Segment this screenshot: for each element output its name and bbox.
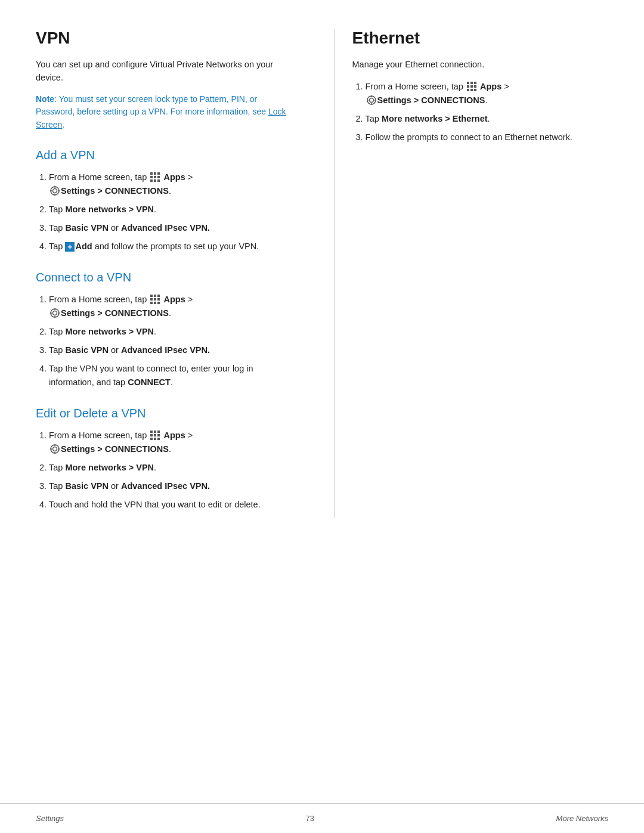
svg-rect-47	[474, 82, 476, 84]
settings-icon	[49, 308, 60, 318]
vpn-intro: You can set up and configure Virtual Pri…	[36, 58, 292, 85]
connect-vpn-title: Connect to a VPN	[36, 271, 292, 284]
note-end: .	[62, 120, 64, 129]
svg-point-10	[53, 188, 57, 193]
add-vpn-title: Add a VPN	[36, 148, 292, 162]
svg-rect-53	[474, 89, 476, 91]
list-item: Tap +Add and follow the prompts to set u…	[49, 240, 292, 253]
svg-rect-3	[150, 176, 153, 178]
edit-delete-vpn-title: Edit or Delete a VPN	[36, 407, 292, 420]
list-item: Tap More networks > VPN.	[49, 203, 292, 216]
settings-connections-label: Settings > CONNECTIONS	[61, 186, 169, 196]
ethernet-steps: From a Home screen, tap Apps >	[352, 80, 609, 145]
apps-icon	[466, 81, 477, 92]
settings-icon	[366, 95, 377, 106]
svg-rect-22	[154, 302, 156, 304]
settings-icon	[49, 185, 60, 196]
vpn-note: Note: You must set your screen lock type…	[36, 93, 292, 132]
svg-rect-6	[150, 179, 153, 182]
svg-point-24	[51, 309, 59, 317]
list-item: Tap Basic VPN or Advanced IPsec VPN.	[49, 343, 292, 357]
svg-rect-49	[470, 85, 473, 88]
footer-page-number: 73	[306, 814, 314, 823]
apps-label: Apps	[163, 172, 185, 182]
svg-rect-30	[150, 431, 153, 433]
svg-rect-37	[154, 438, 156, 440]
svg-rect-8	[157, 179, 160, 182]
list-item: Follow the prompts to connect to an Ethe…	[366, 131, 609, 144]
svg-rect-48	[467, 85, 469, 88]
settings-connections-label: Settings > CONNECTIONS	[377, 95, 485, 105]
note-label: Note	[36, 94, 54, 104]
svg-rect-18	[150, 298, 153, 301]
svg-rect-46	[470, 82, 473, 84]
note-body: : You must set your screen lock type to …	[36, 94, 268, 117]
left-column: VPN You can set up and configure Virtual…	[36, 29, 310, 518]
svg-point-55	[369, 98, 373, 103]
svg-rect-31	[154, 431, 156, 433]
svg-rect-5	[157, 176, 160, 178]
apps-icon	[150, 294, 160, 305]
list-item: From a Home screen, tap Apps >	[49, 293, 292, 320]
svg-rect-51	[467, 89, 469, 91]
apps-icon	[150, 172, 160, 182]
svg-rect-36	[150, 438, 153, 440]
svg-point-54	[367, 96, 376, 104]
svg-rect-4	[154, 176, 156, 178]
ethernet-title: Ethernet	[352, 29, 609, 48]
svg-rect-23	[157, 302, 160, 304]
apps-label: Apps	[163, 431, 185, 440]
list-item: Tap More networks > VPN.	[49, 325, 292, 339]
svg-rect-50	[474, 85, 476, 88]
footer-right-label: More Networks	[556, 814, 608, 823]
footer-left-label: Settings	[36, 814, 64, 823]
svg-rect-21	[150, 302, 153, 304]
settings-connections-label: Settings > CONNECTIONS	[61, 308, 169, 318]
svg-point-40	[53, 447, 57, 451]
list-item: From a Home screen, tap Apps >	[49, 171, 292, 198]
settings-icon	[49, 444, 60, 454]
add-icon: +	[65, 242, 75, 252]
svg-rect-7	[154, 179, 156, 182]
svg-rect-45	[467, 82, 469, 84]
svg-rect-2	[157, 172, 160, 175]
page-footer: Settings 73 More Networks	[0, 803, 644, 833]
svg-point-9	[51, 187, 59, 195]
svg-rect-32	[157, 431, 160, 433]
list-item: Tap More networks > VPN.	[49, 461, 292, 475]
svg-rect-1	[154, 172, 156, 175]
apps-icon	[150, 430, 160, 441]
svg-rect-34	[154, 434, 156, 436]
list-item: From a Home screen, tap Apps >	[366, 80, 609, 107]
svg-rect-52	[470, 89, 473, 91]
svg-rect-0	[150, 172, 153, 175]
svg-rect-35	[157, 434, 160, 436]
svg-rect-15	[150, 295, 153, 297]
list-item: Tap the VPN you want to connect to, ente…	[49, 362, 292, 389]
settings-connections-label: Settings > CONNECTIONS	[61, 444, 169, 454]
edit-delete-vpn-steps: From a Home screen, tap Apps >	[36, 429, 292, 512]
svg-rect-33	[150, 434, 153, 436]
connect-vpn-steps: From a Home screen, tap Apps >	[36, 293, 292, 390]
svg-rect-17	[157, 295, 160, 297]
ethernet-intro: Manage your Ethernet connection.	[352, 58, 609, 72]
list-item: From a Home screen, tap Apps >	[49, 429, 292, 456]
list-item: Tap Basic VPN or Advanced IPsec VPN.	[49, 221, 292, 235]
list-item: Tap More networks > Ethernet.	[366, 112, 609, 126]
list-item: Tap Basic VPN or Advanced IPsec VPN.	[49, 479, 292, 493]
vpn-title: VPN	[36, 29, 292, 48]
apps-label: Apps	[480, 82, 501, 91]
add-vpn-steps: From a Home screen, tap Apps >	[36, 171, 292, 254]
svg-point-39	[51, 445, 59, 453]
right-column: Ethernet Manage your Ethernet connection…	[334, 29, 609, 518]
svg-rect-38	[157, 438, 160, 440]
apps-label: Apps	[163, 295, 185, 304]
svg-rect-19	[154, 298, 156, 301]
svg-rect-16	[154, 295, 156, 297]
svg-point-25	[53, 311, 57, 315]
list-item: Touch and hold the VPN that you want to …	[49, 498, 292, 512]
svg-rect-20	[157, 298, 160, 301]
